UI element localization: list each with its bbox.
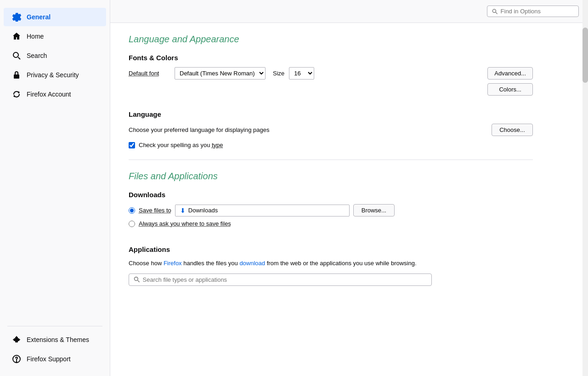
- sidebar-item-privacy[interactable]: Privacy & Security: [4, 66, 106, 84]
- files-applications-title: Files and Applications: [129, 171, 533, 182]
- puzzle-icon: [11, 334, 22, 345]
- sidebar-item-home[interactable]: Home: [4, 27, 106, 46]
- fonts-colors-heading: Fonts & Colors: [129, 54, 533, 62]
- downloads-path-display: ⬇ Downloads: [175, 205, 350, 216]
- find-search-icon: [492, 8, 498, 15]
- sidebar-item-search[interactable]: Search: [4, 46, 106, 65]
- applications-heading: Applications: [129, 245, 533, 253]
- search-icon: [11, 50, 22, 61]
- svg-point-5: [492, 9, 496, 12]
- scrollbar[interactable]: [582, 0, 588, 376]
- svg-rect-2: [14, 74, 19, 79]
- language-heading: Language: [129, 110, 533, 118]
- sidebar-item-general[interactable]: General: [4, 8, 106, 26]
- sidebar-item-firefox-account-label: Firefox Account: [27, 91, 71, 98]
- svg-point-7: [134, 277, 138, 281]
- choose-language-button[interactable]: Choose...: [492, 124, 533, 136]
- sidebar-item-search-label: Search: [27, 52, 47, 59]
- spell-check-label: Check your spelling as you type: [139, 142, 223, 148]
- sidebar-divider: [7, 326, 102, 326]
- language-appearance-title: Language and Appearance: [129, 34, 533, 45]
- font-size-select[interactable]: 16: [289, 67, 314, 80]
- sidebar-item-home-label: Home: [27, 33, 44, 40]
- topbar: [110, 0, 588, 23]
- sidebar: General Home Search Privacy & Security: [0, 0, 110, 376]
- save-files-label: Save files to: [139, 207, 171, 214]
- browse-button[interactable]: Browse...: [353, 204, 395, 216]
- download-arrow-icon: ⬇: [180, 207, 186, 214]
- applications-section: Applications Choose how Firefox handles …: [129, 245, 533, 286]
- type-underline: type: [212, 142, 223, 148]
- sidebar-item-support[interactable]: Firefox Support: [4, 350, 106, 368]
- default-font-select[interactable]: Default (Times New Roman): [175, 67, 266, 80]
- svg-line-1: [18, 57, 21, 60]
- default-font-row: Default font Default (Times New Roman) S…: [129, 67, 476, 80]
- search-apps-input[interactable]: [143, 276, 427, 283]
- sync-icon: [11, 89, 22, 100]
- downloads-path-text: Downloads: [188, 207, 218, 214]
- sidebar-item-general-label: General: [27, 13, 51, 21]
- downloads-section: Downloads Save files to ⬇ Downloads Brow…: [129, 191, 533, 227]
- help-icon: [11, 353, 22, 365]
- sidebar-item-support-label: Firefox Support: [27, 355, 71, 363]
- spell-check-row: Check your spelling as you type: [129, 142, 533, 148]
- save-files-radio[interactable]: [129, 207, 135, 214]
- sidebar-item-extensions[interactable]: Extensions & Themes: [4, 330, 106, 349]
- language-section: Language Choose your preferred language …: [129, 110, 533, 148]
- search-apps-container[interactable]: [129, 273, 432, 286]
- language-description: Choose your preferred language for displ…: [129, 126, 269, 133]
- default-font-label: Default font: [129, 70, 170, 77]
- svg-line-8: [138, 280, 140, 282]
- lock-icon: [11, 69, 22, 80]
- find-in-options-container[interactable]: [487, 6, 579, 17]
- svg-line-6: [496, 12, 498, 14]
- section-divider: [129, 160, 533, 160]
- sidebar-item-firefox-account[interactable]: Firefox Account: [4, 85, 106, 103]
- language-desc-row: Choose your preferred language for displ…: [129, 124, 533, 136]
- applications-description: Choose how Firefox handles the files you…: [129, 259, 533, 268]
- always-ask-radio[interactable]: [129, 221, 135, 227]
- sidebar-item-extensions-label: Extensions & Themes: [27, 336, 89, 343]
- fonts-colors-section: Fonts & Colors Default font Default (Tim…: [129, 54, 533, 96]
- scrollbar-thumb[interactable]: [582, 28, 588, 83]
- home-icon: [11, 31, 22, 42]
- find-in-options-input[interactable]: [501, 8, 574, 15]
- main-content: Language and Appearance Fonts & Colors D…: [110, 0, 588, 376]
- gear-icon: [11, 11, 22, 23]
- download-link[interactable]: download: [239, 260, 265, 267]
- always-ask-label: Always ask you where to save files: [139, 220, 231, 227]
- search-apps-icon: [134, 276, 140, 283]
- firefox-link[interactable]: Firefox: [164, 260, 182, 267]
- downloads-heading: Downloads: [129, 191, 533, 199]
- size-label: Size: [273, 70, 284, 77]
- font-color-buttons: Advanced... Colors...: [487, 67, 533, 96]
- svg-point-4: [16, 362, 17, 362]
- svg-point-0: [13, 52, 18, 57]
- spell-check-checkbox[interactable]: [129, 142, 135, 148]
- content-area: Language and Appearance Fonts & Colors D…: [110, 23, 551, 297]
- save-files-radio-row: Save files to: [129, 207, 171, 214]
- sidebar-item-privacy-label: Privacy & Security: [27, 71, 79, 79]
- colors-button[interactable]: Colors...: [487, 83, 533, 96]
- always-ask-row: Always ask you where to save files: [129, 220, 533, 227]
- advanced-button[interactable]: Advanced...: [487, 67, 533, 80]
- save-files-row: Save files to ⬇ Downloads Browse...: [129, 204, 533, 216]
